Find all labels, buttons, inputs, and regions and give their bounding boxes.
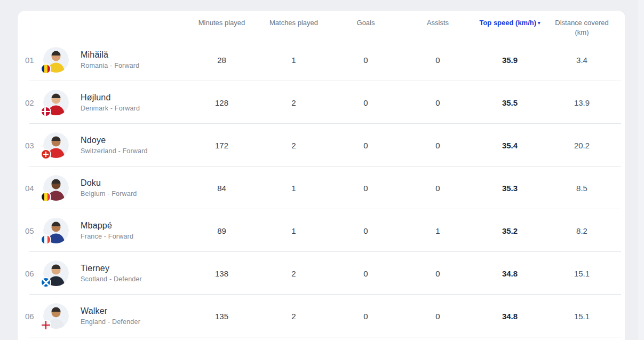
- table-body: 01 Mihăilă Romania - Forward 28 1 0 0 35…: [18, 38, 625, 337]
- flag-icon: [41, 106, 51, 117]
- player-avatar: [43, 175, 69, 201]
- player-subtitle: Belgium - Forward: [81, 190, 186, 197]
- column-header-distance-covered[interactable]: Distance covered (km): [546, 11, 618, 37]
- assists-cell: 0: [402, 98, 474, 107]
- player-subtitle: England - Defender: [81, 318, 186, 326]
- player-avatar: [43, 260, 69, 286]
- minutes-played-cell: 89: [186, 226, 258, 235]
- minutes-played-cell: 172: [186, 141, 258, 150]
- sort-descending-icon: ▾: [538, 20, 540, 26]
- distance-covered-cell: 15.1: [546, 312, 618, 321]
- assists-cell: 0: [402, 269, 474, 278]
- minutes-played-cell: 138: [186, 269, 258, 278]
- player-name: Tierney: [81, 264, 186, 273]
- player-name: Højlund: [81, 93, 186, 102]
- goals-cell: 0: [330, 269, 402, 278]
- player-meta: Walker England - Defender: [73, 306, 186, 326]
- matches-played-cell: 2: [258, 98, 330, 107]
- flag-icon: [41, 234, 51, 245]
- distance-covered-cell: 20.2: [546, 141, 618, 150]
- player-meta: Tierney Scotland - Defender: [73, 264, 186, 283]
- flag-icon: [41, 320, 51, 330]
- assists-cell: 0: [402, 312, 474, 321]
- rank-label: 03: [25, 141, 43, 150]
- player-avatar: [43, 218, 69, 243]
- flag-icon: [41, 277, 51, 288]
- stats-card: Minutes played Matches played Goals Assi…: [18, 11, 625, 340]
- goals-cell: 0: [330, 141, 402, 150]
- player-row[interactable]: 01 Mihăilă Romania - Forward 28 1 0 0 35…: [18, 38, 625, 81]
- column-header-minutes-played[interactable]: Minutes played: [186, 11, 258, 28]
- player-row[interactable]: 05 Mbappé France - Forward 89 1 0 1 35.2…: [18, 209, 625, 252]
- player-row[interactable]: 02 Højlund Denmark - Forward 128 2 0 0 3…: [18, 81, 625, 124]
- minutes-played-cell: 128: [186, 98, 258, 107]
- player-subtitle: Denmark - Forward: [81, 105, 186, 112]
- player-avatar: [43, 303, 69, 329]
- flag-icon: [41, 64, 51, 74]
- rank-label: 05: [25, 226, 43, 235]
- matches-played-cell: 2: [258, 141, 330, 150]
- player-name: Doku: [81, 178, 186, 188]
- matches-played-cell: 1: [258, 184, 330, 193]
- player-avatar: [43, 132, 69, 158]
- player-meta: Mbappé France - Forward: [73, 221, 186, 240]
- player-meta: Ndoye Switzerland - Forward: [73, 136, 186, 155]
- player-avatar: [43, 90, 69, 115]
- distance-covered-cell: 8.2: [546, 226, 618, 235]
- player-meta: Mihăilă Romania - Forward: [73, 50, 186, 69]
- player-name: Mbappé: [81, 221, 186, 231]
- top-speed-cell: 35.2: [474, 226, 546, 235]
- goals-cell: 0: [330, 184, 402, 193]
- player-name: Ndoye: [81, 136, 186, 145]
- flag-icon: [41, 192, 51, 202]
- top-speed-cell: 35.9: [474, 56, 546, 65]
- minutes-played-cell: 135: [186, 312, 258, 321]
- column-header-assists[interactable]: Assists: [402, 11, 474, 28]
- player-subtitle: Romania - Forward: [81, 62, 186, 69]
- column-header-matches-played[interactable]: Matches played: [258, 11, 330, 28]
- top-speed-cell: 35.4: [474, 141, 546, 150]
- rank-label: 06: [25, 312, 43, 321]
- column-header-top-speed[interactable]: Top speed (km/h)▾: [474, 11, 546, 28]
- player-avatar: [43, 47, 69, 73]
- goals-cell: 0: [330, 98, 402, 107]
- player-name: Walker: [81, 306, 186, 316]
- goals-cell: 0: [330, 312, 402, 321]
- top-speed-cell: 35.3: [474, 184, 546, 193]
- scrollbar-track[interactable]: [638, 0, 644, 340]
- matches-played-cell: 2: [258, 269, 330, 278]
- minutes-played-cell: 84: [186, 184, 258, 193]
- assists-cell: 0: [402, 184, 474, 193]
- assists-cell: 0: [402, 56, 474, 65]
- flag-icon: [41, 149, 51, 160]
- assists-cell: 1: [402, 226, 474, 235]
- assists-cell: 0: [402, 141, 474, 150]
- rank-label: 06: [25, 269, 43, 278]
- player-row[interactable]: 03 Ndoye Switzerland - Forward 172 2 0 0…: [18, 124, 625, 167]
- matches-played-cell: 1: [258, 56, 330, 65]
- top-speed-cell: 34.8: [474, 312, 546, 321]
- distance-covered-cell: 8.5: [546, 184, 618, 193]
- player-meta: Højlund Denmark - Forward: [73, 93, 186, 112]
- distance-covered-cell: 13.9: [546, 98, 618, 107]
- rank-label: 02: [25, 98, 43, 107]
- player-subtitle: France - Forward: [81, 233, 186, 240]
- matches-played-cell: 2: [258, 312, 330, 321]
- table-header-row: Minutes played Matches played Goals Assi…: [18, 11, 625, 38]
- player-row[interactable]: 04 Doku Belgium - Forward 84 1 0 0 35.3 …: [18, 167, 625, 209]
- player-subtitle: Scotland - Defender: [81, 275, 186, 283]
- top-speed-cell: 35.5: [474, 98, 546, 107]
- minutes-played-cell: 28: [186, 56, 258, 65]
- player-meta: Doku Belgium - Forward: [73, 178, 186, 197]
- player-row[interactable]: 06 Tierney Scotland - Defender 138 2 0 0…: [18, 252, 625, 295]
- player-row[interactable]: 06 Walker England - Defender 135 2 0 0 3…: [18, 295, 625, 337]
- page-background: { "accent_blue": "#143cdc", "table": { "…: [0, 0, 644, 340]
- rank-label: 01: [25, 56, 43, 65]
- player-subtitle: Switzerland - Forward: [81, 147, 186, 155]
- goals-cell: 0: [330, 226, 402, 235]
- top-speed-cell: 34.8: [474, 269, 546, 278]
- rank-label: 04: [25, 184, 43, 193]
- player-name: Mihăilă: [81, 50, 186, 60]
- goals-cell: 0: [330, 56, 402, 65]
- column-header-goals[interactable]: Goals: [330, 11, 402, 28]
